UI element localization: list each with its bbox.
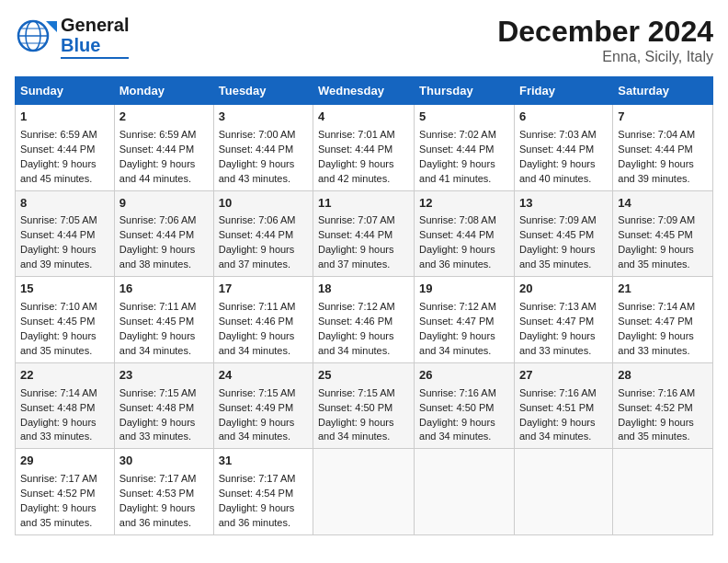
week-row-3: 15Sunrise: 7:10 AMSunset: 4:45 PMDayligh… xyxy=(16,277,713,363)
sunset-label: Sunset: 4:44 PM xyxy=(318,144,392,155)
sunset-label: Sunset: 4:44 PM xyxy=(119,229,194,240)
sunrise-label: Sunrise: 7:15 AM xyxy=(219,387,296,398)
col-header-tuesday: Tuesday xyxy=(213,77,313,105)
daylight-label: Daylight: 9 hours and 36 minutes. xyxy=(219,502,295,528)
day-cell: 22Sunrise: 7:14 AMSunset: 4:48 PMDayligh… xyxy=(16,362,115,449)
sunrise-label: Sunrise: 7:17 AM xyxy=(20,473,97,484)
day-number: 12 xyxy=(419,195,509,213)
week-row-1: 1Sunrise: 6:59 AMSunset: 4:44 PMDaylight… xyxy=(16,105,713,191)
daylight-label: Daylight: 9 hours and 35 minutes. xyxy=(20,330,97,356)
day-cell: 5Sunrise: 7:02 AMSunset: 4:44 PMDaylight… xyxy=(415,105,515,191)
day-cell: 23Sunrise: 7:15 AMSunset: 4:48 PMDayligh… xyxy=(114,362,213,449)
daylight-label: Daylight: 9 hours and 33 minutes. xyxy=(618,330,694,356)
col-header-thursday: Thursday xyxy=(415,77,515,105)
col-header-wednesday: Wednesday xyxy=(313,77,414,105)
sunrise-label: Sunrise: 7:06 AM xyxy=(119,214,197,225)
daylight-label: Daylight: 9 hours and 45 minutes. xyxy=(20,158,97,184)
day-number: 18 xyxy=(318,281,409,298)
daylight-label: Daylight: 9 hours and 34 minutes. xyxy=(318,330,394,356)
day-cell: 7Sunrise: 7:04 AMSunset: 4:44 PMDaylight… xyxy=(613,105,713,191)
day-cell: 17Sunrise: 7:11 AMSunset: 4:46 PMDayligh… xyxy=(213,277,313,363)
day-cell: 3Sunrise: 7:00 AMSunset: 4:44 PMDaylight… xyxy=(213,105,313,191)
sunset-label: Sunset: 4:53 PM xyxy=(119,488,194,499)
day-number: 31 xyxy=(219,453,308,470)
sunset-label: Sunset: 4:50 PM xyxy=(419,402,494,413)
sunrise-label: Sunrise: 7:02 AM xyxy=(419,129,496,140)
logo: General Blue xyxy=(15,15,129,59)
day-cell: 11Sunrise: 7:07 AMSunset: 4:44 PMDayligh… xyxy=(313,190,414,277)
sunset-label: Sunset: 4:44 PM xyxy=(618,144,692,155)
day-number: 22 xyxy=(20,367,109,385)
day-number: 6 xyxy=(519,109,608,126)
daylight-label: Daylight: 9 hours and 36 minutes. xyxy=(119,502,196,528)
daylight-label: Daylight: 9 hours and 34 minutes. xyxy=(419,330,495,356)
day-cell: 31Sunrise: 7:17 AMSunset: 4:54 PMDayligh… xyxy=(213,449,313,535)
logo-blue: Blue xyxy=(61,35,100,55)
sunrise-label: Sunrise: 7:00 AM xyxy=(219,129,296,140)
day-cell xyxy=(613,449,713,535)
day-cell: 25Sunrise: 7:15 AMSunset: 4:50 PMDayligh… xyxy=(313,362,414,449)
daylight-label: Daylight: 9 hours and 33 minutes. xyxy=(20,417,97,442)
sunset-label: Sunset: 4:44 PM xyxy=(20,144,95,155)
day-cell: 30Sunrise: 7:17 AMSunset: 4:53 PMDayligh… xyxy=(114,449,213,535)
logo-general: General xyxy=(61,15,129,35)
day-number: 8 xyxy=(20,195,109,213)
day-number: 21 xyxy=(618,281,708,298)
daylight-label: Daylight: 9 hours and 34 minutes. xyxy=(119,330,196,356)
week-row-2: 8Sunrise: 7:05 AMSunset: 4:44 PMDaylight… xyxy=(16,190,713,277)
daylight-label: Daylight: 9 hours and 38 minutes. xyxy=(119,244,196,270)
sunrise-label: Sunrise: 7:12 AM xyxy=(419,301,496,312)
day-number: 3 xyxy=(219,109,308,126)
sunrise-label: Sunrise: 7:11 AM xyxy=(119,301,197,312)
day-number: 13 xyxy=(519,195,608,213)
sunrise-label: Sunrise: 7:16 AM xyxy=(419,387,496,398)
sunrise-label: Sunrise: 7:17 AM xyxy=(219,473,296,484)
sunset-label: Sunset: 4:54 PM xyxy=(219,488,293,499)
sunset-label: Sunset: 4:44 PM xyxy=(419,229,494,240)
daylight-label: Daylight: 9 hours and 34 minutes. xyxy=(519,417,596,442)
sunset-label: Sunset: 4:46 PM xyxy=(318,316,392,327)
day-cell xyxy=(415,449,515,535)
daylight-label: Daylight: 9 hours and 36 minutes. xyxy=(419,244,495,270)
col-header-monday: Monday xyxy=(114,77,213,105)
day-number: 25 xyxy=(318,367,409,385)
daylight-label: Daylight: 9 hours and 34 minutes. xyxy=(419,417,495,442)
day-cell: 16Sunrise: 7:11 AMSunset: 4:45 PMDayligh… xyxy=(114,277,213,363)
day-cell: 20Sunrise: 7:13 AMSunset: 4:47 PMDayligh… xyxy=(514,277,612,363)
day-cell: 21Sunrise: 7:14 AMSunset: 4:47 PMDayligh… xyxy=(613,277,713,363)
sunset-label: Sunset: 4:45 PM xyxy=(20,316,95,327)
daylight-label: Daylight: 9 hours and 37 minutes. xyxy=(318,244,394,270)
day-cell: 2Sunrise: 6:59 AMSunset: 4:44 PMDaylight… xyxy=(114,105,213,191)
daylight-label: Daylight: 9 hours and 44 minutes. xyxy=(119,158,196,184)
day-number: 10 xyxy=(219,195,308,213)
title-block: December 2024 Enna, Sicily, Italy xyxy=(497,15,713,65)
sunset-label: Sunset: 4:44 PM xyxy=(20,229,95,240)
sunset-label: Sunset: 4:52 PM xyxy=(20,488,95,499)
day-cell: 26Sunrise: 7:16 AMSunset: 4:50 PMDayligh… xyxy=(415,362,515,449)
daylight-label: Daylight: 9 hours and 33 minutes. xyxy=(119,417,196,442)
sunrise-label: Sunrise: 7:07 AM xyxy=(318,214,395,225)
day-cell: 19Sunrise: 7:12 AMSunset: 4:47 PMDayligh… xyxy=(415,277,515,363)
sunset-label: Sunset: 4:48 PM xyxy=(119,402,194,413)
week-row-5: 29Sunrise: 7:17 AMSunset: 4:52 PMDayligh… xyxy=(16,449,713,535)
col-header-friday: Friday xyxy=(514,77,612,105)
sunrise-label: Sunrise: 7:15 AM xyxy=(318,387,395,398)
day-cell: 18Sunrise: 7:12 AMSunset: 4:46 PMDayligh… xyxy=(313,277,414,363)
day-cell: 12Sunrise: 7:08 AMSunset: 4:44 PMDayligh… xyxy=(415,190,515,277)
sunrise-label: Sunrise: 7:16 AM xyxy=(519,387,597,398)
sunrise-label: Sunrise: 7:15 AM xyxy=(119,387,197,398)
sunrise-label: Sunrise: 7:08 AM xyxy=(419,214,496,225)
day-number: 4 xyxy=(318,109,409,126)
sunset-label: Sunset: 4:44 PM xyxy=(219,229,293,240)
header-row: SundayMondayTuesdayWednesdayThursdayFrid… xyxy=(16,77,713,105)
day-number: 30 xyxy=(119,453,209,470)
sunrise-label: Sunrise: 7:06 AM xyxy=(219,214,296,225)
sunset-label: Sunset: 4:51 PM xyxy=(519,402,594,413)
sunset-label: Sunset: 4:50 PM xyxy=(318,402,392,413)
page-header: General Blue December 2024 Enna, Sicily,… xyxy=(15,15,713,65)
sunset-label: Sunset: 4:47 PM xyxy=(618,316,692,327)
sunrise-label: Sunrise: 7:01 AM xyxy=(318,129,395,140)
daylight-label: Daylight: 9 hours and 43 minutes. xyxy=(219,158,295,184)
sunset-label: Sunset: 4:52 PM xyxy=(618,402,692,413)
sunset-label: Sunset: 4:44 PM xyxy=(318,229,392,240)
